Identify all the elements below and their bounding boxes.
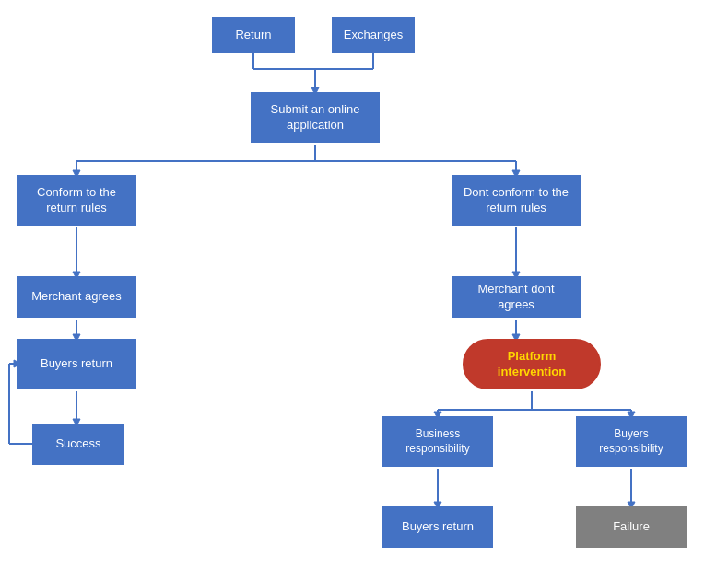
- merchant-dont-node: Merchant dont agrees: [452, 276, 581, 318]
- merchant-agrees-node: Merchant agrees: [17, 276, 136, 318]
- platform-intervention-node: Platform intervention: [463, 339, 601, 389]
- submit-node: Submit an online application: [251, 92, 380, 143]
- flowchart-diagram: Return Exchanges Submit an online applic…: [0, 0, 728, 581]
- success-node: Success: [32, 424, 124, 465]
- dont-conform-node: Dont conform to the return rules: [452, 175, 581, 226]
- business-resp-node: Business responsibility: [382, 416, 493, 467]
- return-node: Return: [212, 17, 295, 53]
- exchanges-node: Exchanges: [332, 17, 415, 53]
- buyers-return-left-node: Buyers return: [17, 339, 136, 389]
- conform-node: Conform to the return rules: [17, 175, 136, 226]
- buyers-resp-node: Buyers responsibility: [576, 416, 687, 467]
- failure-node: Failure: [576, 506, 687, 548]
- buyers-return-right-node: Buyers return: [382, 506, 493, 548]
